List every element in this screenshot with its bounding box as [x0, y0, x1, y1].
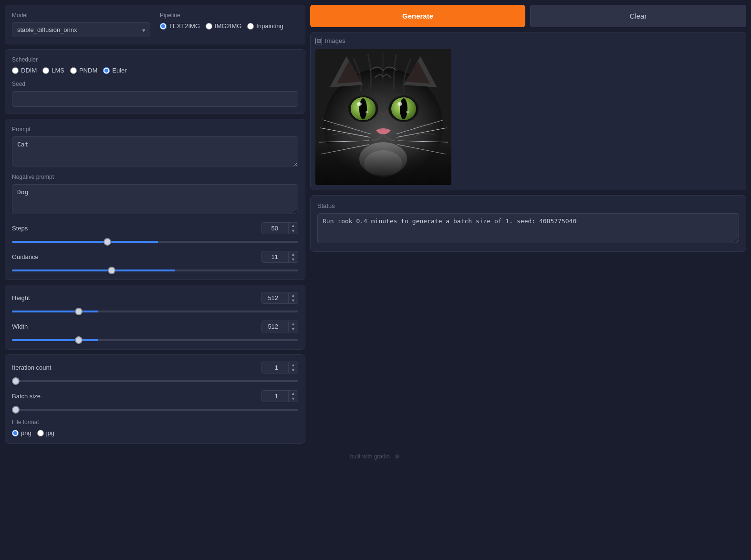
batch-number-input: ▲ ▼: [261, 390, 298, 402]
scheduler-label: Scheduler: [12, 56, 298, 63]
scheduler-lms-label: LMS: [52, 67, 64, 74]
guidance-number-input: ▲ ▼: [261, 251, 298, 263]
pipeline-radio-group: TEXT2IMG IMG2IMG Inpainting: [160, 22, 298, 30]
batch-down-button[interactable]: ▼: [289, 396, 298, 402]
images-label: Images: [325, 37, 345, 44]
pipeline-inpainting[interactable]: Inpainting: [247, 22, 283, 30]
top-buttons: Generate Clear: [310, 5, 746, 27]
scheduler-lms[interactable]: LMS: [42, 67, 64, 74]
steps-down-button[interactable]: ▼: [289, 228, 298, 234]
width-value-input[interactable]: [262, 321, 288, 332]
steps-label: Steps: [12, 225, 28, 232]
pipeline-img2img-label: IMG2IMG: [215, 22, 241, 30]
iteration-value-input[interactable]: [262, 362, 288, 373]
file-format-png[interactable]: png: [12, 429, 31, 436]
height-value-input[interactable]: [262, 292, 288, 303]
height-label: Height: [12, 294, 30, 301]
negative-prompt-textarea[interactable]: Dog: [12, 184, 298, 214]
status-card: Status Run took 0.4 minutes to generate …: [310, 195, 746, 252]
model-select[interactable]: stable_diffusion_onnx: [12, 22, 150, 37]
steps-value-input[interactable]: [262, 223, 288, 234]
svg-point-12: [365, 111, 368, 114]
iteration-down-button[interactable]: ▼: [289, 368, 298, 373]
iteration-up-button[interactable]: ▲: [289, 363, 298, 368]
status-label: Status: [317, 202, 739, 209]
steps-number-input: ▲ ▼: [261, 222, 298, 234]
svg-point-16: [400, 98, 407, 119]
images-card: 🖼 Images: [310, 32, 746, 190]
model-pipeline-card: Model stable_diffusion_onnx ▾ Pipeline T…: [5, 5, 305, 44]
guidance-up-button[interactable]: ▲: [289, 252, 298, 257]
guidance-spinner: ▲ ▼: [288, 252, 298, 262]
dimensions-card: Height ▲ ▼ Width: [5, 285, 305, 350]
pipeline-text2img-label: TEXT2IMG: [169, 22, 200, 30]
model-label: Model: [12, 12, 150, 19]
svg-point-18: [406, 111, 409, 114]
svg-point-11: [357, 102, 362, 106]
prompt-card: Prompt Cat Negative prompt Dog Steps ▲ ▼: [5, 119, 305, 280]
svg-rect-29: [315, 145, 451, 185]
model-section: Model stable_diffusion_onnx ▾: [12, 12, 150, 37]
width-number-input: ▲ ▼: [261, 321, 298, 332]
iteration-label: Iteration count: [12, 364, 51, 371]
steps-up-button[interactable]: ▲: [289, 223, 298, 228]
cat-image-svg: [315, 49, 451, 185]
scheduler-euler-label: Euler: [112, 67, 126, 74]
clear-button[interactable]: Clear: [530, 5, 746, 27]
scheduler-seed-card: Scheduler DDIM LMS PNDM Euler: [5, 49, 305, 114]
model-select-wrapper: stable_diffusion_onnx ▾: [12, 22, 150, 37]
prompt-label: Prompt: [12, 126, 298, 133]
generate-button[interactable]: Generate: [310, 5, 525, 27]
width-slider[interactable]: [12, 339, 298, 341]
footer: built with gradio ⚙: [0, 448, 751, 466]
prompt-textarea[interactable]: Cat: [12, 136, 298, 166]
height-spinner: ▲ ▼: [288, 293, 298, 303]
pipeline-text2img[interactable]: TEXT2IMG: [160, 22, 200, 30]
scheduler-ddim-label: DDIM: [21, 67, 37, 74]
right-panel: Generate Clear 🖼 Images: [310, 5, 746, 444]
generated-image: [315, 49, 451, 185]
batch-slider[interactable]: [12, 409, 298, 411]
images-header: 🖼 Images: [315, 37, 741, 44]
iteration-spinner: ▲ ▼: [288, 363, 298, 373]
iteration-slider[interactable]: [12, 380, 298, 382]
width-down-button[interactable]: ▼: [289, 327, 298, 332]
seed-input[interactable]: [12, 91, 298, 107]
svg-point-17: [397, 102, 402, 106]
width-label: Width: [12, 323, 28, 330]
status-textarea[interactable]: Run took 0.4 minutes to generate a batch…: [317, 213, 739, 243]
guidance-slider[interactable]: [12, 270, 298, 271]
scheduler-euler[interactable]: Euler: [103, 67, 126, 74]
file-format-label: File format: [12, 419, 298, 425]
guidance-value-input[interactable]: [262, 251, 288, 262]
pipeline-label: Pipeline: [160, 12, 298, 19]
pipeline-section: Pipeline TEXT2IMG IMG2IMG Inpainting: [160, 12, 298, 30]
image-icon: 🖼: [315, 38, 322, 44]
negative-prompt-label: Negative prompt: [12, 174, 298, 180]
file-format-png-label: png: [21, 429, 31, 436]
height-down-button[interactable]: ▼: [289, 298, 298, 303]
iteration-batch-card: Iteration count ▲ ▼ Batch size: [5, 354, 305, 444]
footer-text: built with gradio: [350, 453, 390, 460]
file-format-radio-group: png jpg: [12, 429, 298, 436]
iteration-number-input: ▲ ▼: [261, 362, 298, 373]
svg-point-10: [359, 98, 367, 119]
width-up-button[interactable]: ▲: [289, 321, 298, 327]
scheduler-ddim[interactable]: DDIM: [12, 67, 37, 74]
scheduler-pndm[interactable]: PNDM: [70, 67, 97, 74]
file-format-jpg[interactable]: jpg: [37, 429, 54, 436]
steps-spinner: ▲ ▼: [288, 223, 298, 234]
batch-up-button[interactable]: ▲: [289, 391, 298, 396]
file-format-jpg-label: jpg: [46, 429, 54, 436]
height-up-button[interactable]: ▲: [289, 293, 298, 298]
pipeline-img2img[interactable]: IMG2IMG: [206, 22, 241, 30]
scheduler-radio-group: DDIM LMS PNDM Euler: [12, 67, 298, 74]
steps-slider[interactable]: [12, 241, 298, 243]
width-spinner: ▲ ▼: [288, 321, 298, 332]
height-number-input: ▲ ▼: [261, 292, 298, 304]
guidance-label: Guidance: [12, 253, 39, 260]
batch-value-input[interactable]: [262, 391, 288, 402]
height-slider[interactable]: [12, 311, 298, 312]
left-panel: Model stable_diffusion_onnx ▾ Pipeline T…: [5, 5, 305, 444]
guidance-down-button[interactable]: ▼: [289, 257, 298, 262]
